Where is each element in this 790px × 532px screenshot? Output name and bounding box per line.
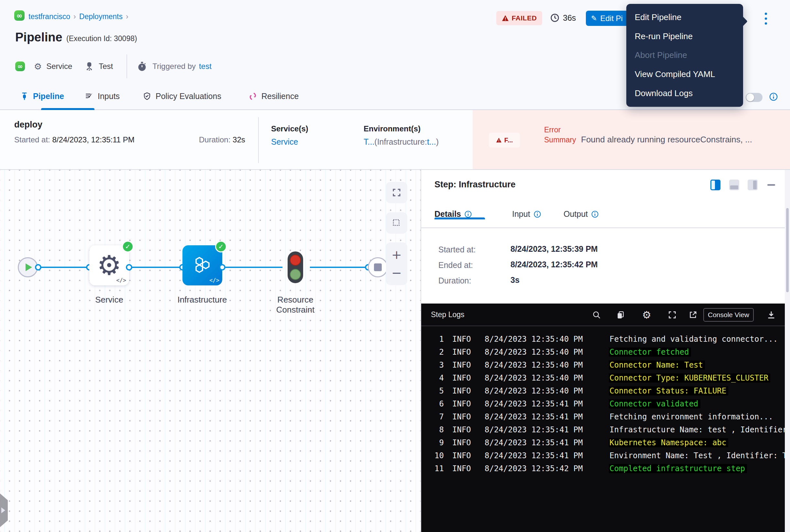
- infrastructure-hexagons-icon: [192, 254, 213, 277]
- play-icon: [25, 263, 32, 271]
- info-icon[interactable]: [769, 92, 778, 101]
- shield-check-icon: [143, 92, 151, 101]
- code-icon: </>: [209, 277, 219, 284]
- log-download-button[interactable]: [766, 309, 777, 321]
- tab-inputs[interactable]: Inputs: [85, 83, 120, 109]
- step-panel-title: Step: Infrastructure: [435, 179, 516, 190]
- failed-mini-badge: F...: [489, 133, 520, 148]
- log-open-external-button[interactable]: [687, 309, 699, 321]
- canvas-zoom-panel: + −: [386, 242, 407, 285]
- clock-icon: [550, 13, 560, 23]
- log-line: 10INFO8/24/2023 12:35:41 PMEnvironment N…: [421, 449, 785, 462]
- menu-item-download-logs[interactable]: Download Logs: [626, 84, 743, 103]
- port-dot: [219, 264, 226, 270]
- environment-value: T...(Infrastructure:t...): [364, 137, 439, 147]
- pipeline-meta-row: ∞ ⚙ Service Test: [15, 54, 212, 78]
- breadcrumb: testfrancisco›Deployments›: [28, 12, 132, 21]
- tab-output[interactable]: Output: [563, 209, 599, 219]
- detail-duration-label: Duration:: [438, 276, 471, 285]
- log-fullscreen-button[interactable]: [667, 309, 678, 321]
- node-resource-constraint[interactable]: [288, 251, 303, 283]
- pipeline-icon: [20, 92, 29, 101]
- layout-minimized-view-button[interactable]: [748, 179, 758, 190]
- stage-name: deploy: [14, 120, 42, 130]
- error-summary-label: Error Summary: [544, 125, 582, 145]
- node-infrastructure[interactable]: ✓ </>: [182, 245, 222, 285]
- minimize-button[interactable]: [767, 184, 775, 186]
- canvas-fullscreen-button[interactable]: [386, 182, 407, 203]
- step-tabs: Details Input Output: [421, 206, 790, 228]
- pipeline-graph-canvas[interactable]: ⚙ ✓ </> Service ✓ </> Infrastructure Res…: [0, 170, 421, 532]
- elapsed-time: 36s: [550, 13, 576, 23]
- end-node[interactable]: [368, 257, 388, 277]
- log-line: 5INFO8/24/2023 12:35:40 PMConnector Stat…: [421, 384, 785, 397]
- log-lines: 1INFO8/24/2023 12:35:40 PMFetching and v…: [421, 327, 785, 532]
- code-icon: </>: [116, 277, 126, 284]
- tab-policy-evaluations[interactable]: Policy Evaluations: [143, 83, 221, 109]
- success-check-icon: ✓: [215, 241, 227, 252]
- error-summary-zone: F... Error Summary Found already running…: [473, 110, 790, 169]
- service-link[interactable]: Service: [271, 137, 298, 147]
- infrastructure-link[interactable]: t...: [427, 137, 436, 146]
- log-copy-button[interactable]: [615, 309, 626, 321]
- layout-bottom-view-button[interactable]: [729, 179, 739, 190]
- page-title: Pipeline: [15, 31, 62, 44]
- tab-resilience[interactable]: Resilience: [248, 83, 298, 109]
- log-line: 2INFO8/24/2023 12:35:40 PMConnector fetc…: [421, 346, 785, 359]
- pencil-icon: ✎: [591, 14, 597, 22]
- meta-divider: [127, 54, 127, 78]
- breadcrumb-project-link[interactable]: testfrancisco: [28, 12, 70, 21]
- breadcrumb-separator: ›: [126, 12, 129, 21]
- left-panel-expander[interactable]: [0, 494, 8, 527]
- console-view-button[interactable]: Console View: [703, 308, 754, 322]
- log-line: 4INFO8/24/2023 12:35:40 PMConnector Type…: [421, 372, 785, 384]
- triggered-by-label: Triggered by: [152, 62, 196, 71]
- more-options-button[interactable]: [761, 11, 771, 26]
- edge: [222, 267, 283, 268]
- tab-details[interactable]: Details: [435, 209, 472, 219]
- log-line: 8INFO8/24/2023 12:35:41 PMInfrastructure…: [421, 423, 785, 436]
- stage-divider: [258, 117, 259, 163]
- stop-icon: [374, 263, 382, 271]
- stage-summary-bar: deploy Started at: 8/24/2023, 12:35:11 P…: [0, 110, 790, 170]
- menu-item-edit-pipeline[interactable]: Edit Pipeline: [626, 8, 743, 27]
- stage-duration: Duration: 32s: [199, 135, 245, 144]
- zoom-out-button[interactable]: −: [391, 267, 402, 279]
- node-label-infrastructure: Infrastructure: [168, 295, 236, 305]
- panel-scrollbar: [785, 170, 790, 532]
- warning-icon: [502, 15, 509, 21]
- execution-id: (Execution Id: 30098): [66, 34, 137, 43]
- environment-link[interactable]: T...: [364, 137, 374, 146]
- log-line: 6INFO8/24/2023 12:35:41 PMConnector vali…: [421, 397, 785, 410]
- success-check-icon: ✓: [122, 241, 134, 252]
- traffic-light-green: [290, 269, 301, 280]
- menu-item-view-compiled-yaml[interactable]: View Compiled YAML: [626, 65, 743, 84]
- node-label-resource-constraint: Resource Constraint: [265, 295, 325, 315]
- tab-pipeline[interactable]: Pipeline: [20, 83, 64, 109]
- canvas-select-button[interactable]: [386, 212, 407, 234]
- service-gear-icon: ⚙: [97, 252, 121, 279]
- log-line: 7INFO8/24/2023 12:35:41 PMFetching envir…: [421, 410, 785, 423]
- view-toggle[interactable]: [746, 93, 763, 102]
- triggered-by-link[interactable]: test: [199, 62, 212, 71]
- menu-item-rerun-pipeline[interactable]: Re-run Pipeline: [626, 27, 743, 46]
- detail-ended-label: Ended at:: [438, 261, 473, 270]
- zoom-in-button[interactable]: +: [391, 248, 402, 261]
- scrollbar-thumb[interactable]: [786, 208, 789, 292]
- services-label: Service(s): [271, 124, 308, 133]
- layout-right-view-button[interactable]: [710, 179, 720, 190]
- active-tab-underline: [435, 217, 485, 220]
- detail-started-label: Started at:: [438, 245, 476, 254]
- port-dot: [126, 264, 132, 270]
- inputs-icon: [85, 92, 94, 101]
- tab-input[interactable]: Input: [512, 209, 541, 219]
- log-line: 1INFO8/24/2023 12:35:40 PMFetching and v…: [421, 332, 785, 346]
- environments-label: Environment(s): [364, 124, 421, 133]
- step-logs-header: Step Logs ⚙ Console View: [421, 304, 785, 326]
- log-settings-button[interactable]: ⚙: [641, 309, 653, 321]
- log-search-button[interactable]: [591, 309, 602, 321]
- node-service[interactable]: ⚙ ✓ </>: [89, 245, 129, 285]
- chevron-right-icon: [1, 508, 5, 513]
- node-label-service: Service: [83, 295, 136, 305]
- breadcrumb-deployments-link[interactable]: Deployments: [79, 12, 122, 21]
